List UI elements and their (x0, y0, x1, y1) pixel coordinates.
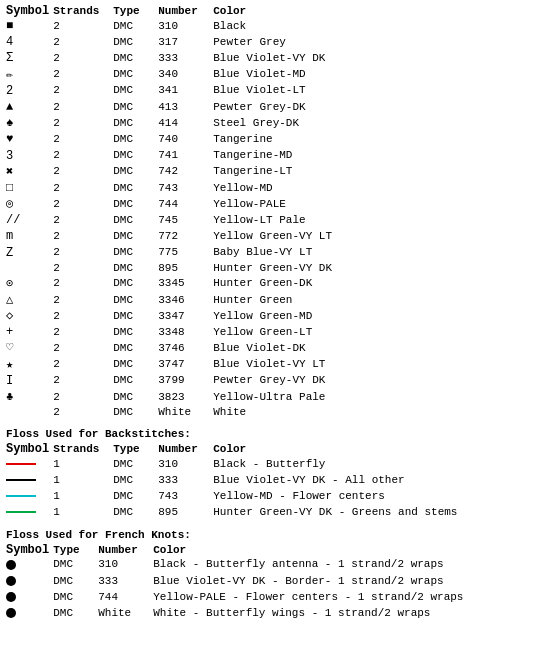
table-row: Σ 2 DMC 333 Blue Violet-VY DK (6, 50, 553, 66)
strands-cell: 2 (53, 164, 113, 180)
french-knots-section: Floss Used for French Knots: Symbol Type… (6, 529, 553, 622)
fk-type-cell: DMC (53, 557, 98, 573)
type-cell: DMC (113, 373, 158, 389)
bs-color-cell: Hunter Green-VY DK - Greens and stems (213, 505, 553, 521)
bs-symbol-cell (6, 472, 53, 488)
bs-number-cell: 333 (158, 472, 213, 488)
symbol-cell: ⊙ (6, 276, 53, 292)
col-header-strands: Strands (53, 4, 113, 18)
number-cell: 413 (158, 99, 213, 115)
table-row: ✖ 2 DMC 742 Tangerine-LT (6, 164, 553, 180)
bs-type-cell: DMC (113, 472, 158, 488)
fk-type-cell: DMC (53, 573, 98, 589)
type-cell: DMC (113, 131, 158, 147)
type-cell: DMC (113, 83, 158, 99)
table-row: 1 DMC 895 Hunter Green-VY DK - Greens an… (6, 505, 553, 521)
strands-cell: 2 (53, 212, 113, 228)
number-cell: 310 (158, 18, 213, 34)
number-cell: 741 (158, 148, 213, 164)
table-row: DMC 333 Blue Violet-VY DK - Border- 1 st… (6, 573, 553, 589)
table-row: ◇ 2 DMC 3347 Yellow Green-MD (6, 308, 553, 324)
symbol-cell: ◇ (6, 308, 53, 324)
fk-col-type: Type (53, 543, 98, 557)
symbol-cell: 4 (6, 34, 53, 50)
bs-line-icon (6, 511, 36, 513)
color-cell: Blue Violet-VY DK (213, 50, 553, 66)
bs-type-cell: DMC (113, 488, 158, 504)
number-cell: 341 (158, 83, 213, 99)
table-row: I 2 DMC 3799 Pewter Grey-VY DK (6, 373, 553, 389)
bs-strands-cell: 1 (53, 456, 113, 472)
number-cell: 317 (158, 34, 213, 50)
bs-line-icon (6, 463, 36, 465)
symbol-cell: ■ (6, 18, 53, 34)
number-cell: 333 (158, 50, 213, 66)
symbol-cell: ♥ (6, 131, 53, 147)
strands-cell: 2 (53, 115, 113, 131)
strands-cell: 2 (53, 389, 113, 405)
table-row: 4 2 DMC 317 Pewter Grey (6, 34, 553, 50)
fk-dot-icon (6, 560, 16, 570)
backstitch-header: Floss Used for Backstitches: (6, 428, 553, 440)
table-row: ★ 2 DMC 3747 Blue Violet-VY LT (6, 357, 553, 373)
table-row: 1 DMC 743 Yellow-MD - Flower centers (6, 488, 553, 504)
number-cell: 3346 (158, 292, 213, 308)
color-cell: Yellow-PALE (213, 196, 553, 212)
backstitch-section: Floss Used for Backstitches: Symbol Stra… (6, 428, 553, 521)
type-cell: DMC (113, 180, 158, 196)
table-row: 2 DMC White White (6, 405, 553, 420)
color-cell: Tangerine (213, 131, 553, 147)
table-row: ■ 2 DMC 310 Black (6, 18, 553, 34)
color-cell: Blue Violet-VY LT (213, 357, 553, 373)
table-row: ♥ 2 DMC 740 Tangerine (6, 131, 553, 147)
color-cell: Yellow-MD (213, 180, 553, 196)
symbol-cell (6, 261, 53, 276)
type-cell: DMC (113, 389, 158, 405)
color-cell: Yellow-Ultra Pale (213, 389, 553, 405)
bs-col-number: Number (158, 442, 213, 456)
type-cell: DMC (113, 357, 158, 373)
number-cell: 772 (158, 228, 213, 244)
type-cell: DMC (113, 196, 158, 212)
bs-col-type: Type (113, 442, 158, 456)
symbol-cell: Z (6, 245, 53, 261)
fk-type-cell: DMC (53, 589, 98, 605)
number-cell: 3347 (158, 308, 213, 324)
color-cell: Yellow Green-MD (213, 308, 553, 324)
type-cell: DMC (113, 340, 158, 356)
main-table-section: Symbol Strands Type Number Color ■ 2 DMC… (6, 4, 553, 420)
strands-cell: 2 (53, 324, 113, 340)
number-cell: 775 (158, 245, 213, 261)
strands-cell: 2 (53, 83, 113, 99)
table-row: ▲ 2 DMC 413 Pewter Grey-DK (6, 99, 553, 115)
bs-type-cell: DMC (113, 505, 158, 521)
number-cell: 3799 (158, 373, 213, 389)
strands-cell: 2 (53, 405, 113, 420)
bs-strands-cell: 1 (53, 505, 113, 521)
table-row: ◎ 2 DMC 744 Yellow-PALE (6, 196, 553, 212)
fk-symbol-cell (6, 573, 53, 589)
strands-cell: 2 (53, 245, 113, 261)
symbol-cell: 2 (6, 83, 53, 99)
fk-number-cell: 333 (98, 573, 153, 589)
fk-color-cell: Black - Butterfly antenna - 1 strand/2 w… (153, 557, 553, 573)
color-cell: Pewter Grey-VY DK (213, 373, 553, 389)
strands-cell: 2 (53, 373, 113, 389)
symbol-cell: ✏ (6, 67, 53, 83)
fk-col-symbol: Symbol (6, 543, 53, 557)
fk-number-cell: White (98, 605, 153, 621)
french-knots-table: Symbol Type Number Color DMC 310 Black -… (6, 543, 553, 622)
type-cell: DMC (113, 34, 158, 50)
type-cell: DMC (113, 50, 158, 66)
fk-dot-icon (6, 592, 16, 602)
strands-cell: 2 (53, 34, 113, 50)
table-row: 3 2 DMC 741 Tangerine-MD (6, 148, 553, 164)
bs-symbol-cell (6, 456, 53, 472)
color-cell: Baby Blue-VY LT (213, 245, 553, 261)
type-cell: DMC (113, 308, 158, 324)
fk-dot-icon (6, 608, 16, 618)
fk-symbol-cell (6, 605, 53, 621)
color-cell: Tangerine-MD (213, 148, 553, 164)
strands-cell: 2 (53, 228, 113, 244)
symbol-cell: 3 (6, 148, 53, 164)
